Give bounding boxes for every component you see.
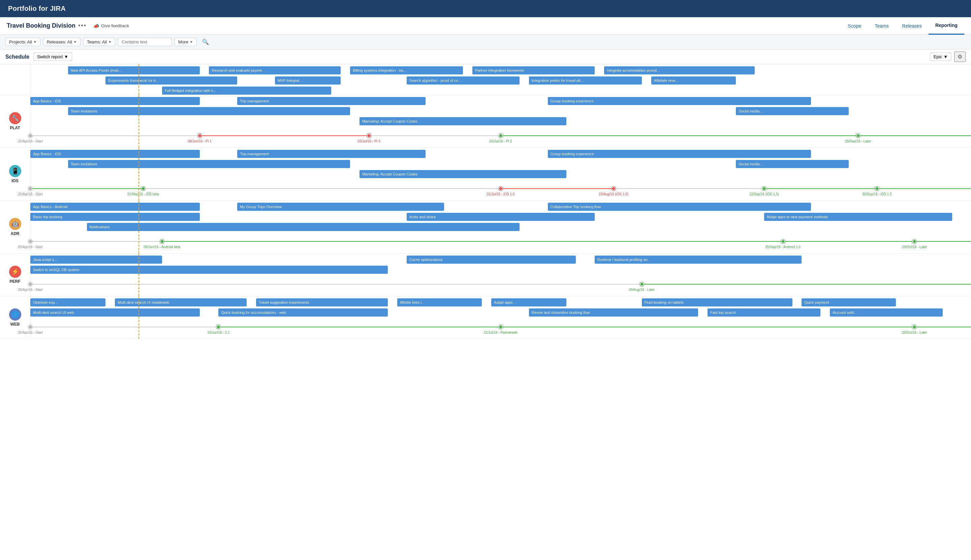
epic-bar[interactable]: Partner Integration framework xyxy=(472,66,595,74)
epic-bar[interactable]: App Basics - Android xyxy=(30,203,200,211)
more-dots-button[interactable]: ••• xyxy=(78,22,87,29)
milestone-dot xyxy=(762,187,766,191)
team-name-ios: IOS xyxy=(12,178,18,183)
search-icon[interactable]: 🔍 xyxy=(199,37,212,47)
epic-bar[interactable]: Travel suggestion experiments xyxy=(256,298,388,307)
epic-bar[interactable]: Group booking experience xyxy=(548,150,811,158)
chevron-down-icon: ▼ xyxy=(73,40,77,44)
epic-filter-button[interactable]: Epic ▼ xyxy=(930,53,951,61)
epic-bar[interactable]: Quick booking for accomodations - web xyxy=(219,308,388,317)
epic-bar[interactable]: App Basics - iOS xyxy=(30,150,200,158)
tab-reporting[interactable]: Reporting xyxy=(929,17,964,35)
epic-bar[interactable]: Social media... xyxy=(736,160,849,168)
epic-bar[interactable]: Team invitations xyxy=(68,107,350,115)
epic-bar[interactable]: New API Access Points (mob... xyxy=(68,66,200,74)
epic-bar[interactable]: Team invitations xyxy=(68,160,350,168)
epic-bar[interactable]: Affelite links i... xyxy=(397,298,482,307)
milestone-label: 25/Apr/16 - Start xyxy=(18,288,42,292)
epic-bar[interactable]: Java-script o... xyxy=(30,256,162,264)
epic-bar[interactable]: Cache optimizations xyxy=(407,256,576,264)
milestone-dot xyxy=(28,134,32,138)
milestone-dot xyxy=(499,325,503,329)
epic-bar[interactable]: Adapt apps to new payment methods xyxy=(764,213,952,221)
teams-filter[interactable]: Teams: All ▼ xyxy=(83,38,115,46)
milestone-label: 25/Apr/16 - Start xyxy=(18,245,42,249)
releases-filter[interactable]: Releases: All ▼ xyxy=(43,38,80,46)
schedule-title: Schedule xyxy=(5,54,29,60)
epic-bar[interactable]: Collaborative Trip booking flow xyxy=(548,203,811,211)
epic-bar[interactable]: Trip management xyxy=(237,150,425,158)
chevron-down-icon: ▼ xyxy=(33,40,37,44)
team-content-adr: App Basics - AndroidMy Group Trips Overv… xyxy=(30,201,971,253)
milestone-dot xyxy=(28,187,32,191)
epic-bar[interactable]: Affeliate reve... xyxy=(651,77,736,85)
today-line xyxy=(138,148,139,200)
chevron-down-icon: ▼ xyxy=(943,54,948,59)
schedule-controls: Epic ▼ ⚙ xyxy=(930,52,966,62)
epic-bar[interactable]: Search algorithm - proof of co... xyxy=(407,77,519,85)
milestone-label: 20/Jul/16 - PI 2 xyxy=(489,139,512,143)
settings-button[interactable]: ⚙ xyxy=(954,52,966,62)
epic-bar[interactable]: Research and evaluate payme... xyxy=(209,66,340,74)
milestone-label: 19/Jun/16 - 2.1 xyxy=(207,331,230,334)
epic-bar[interactable]: Quick payment xyxy=(801,298,896,307)
epic-bar[interactable]: Runtime / backend profiling an... xyxy=(595,256,801,264)
project-title: Travel Booking Division xyxy=(7,22,75,29)
milestone-dot xyxy=(781,239,785,243)
epic-bar[interactable]: MVP Integrat... xyxy=(275,77,340,85)
milestone-dot xyxy=(499,187,503,191)
epic-bar[interactable]: Fluid booking on tablets xyxy=(642,298,792,307)
team-row-perf: ⚡PERFJava-script o...Cache optimizations… xyxy=(0,253,971,296)
projects-filter[interactable]: Projects: All ▼ xyxy=(5,38,40,46)
milestone-label: 03/Jul/16 - PI 3 xyxy=(357,139,380,143)
milestone-label: 25/Sep/16 - Android 1.0 xyxy=(765,245,801,249)
milestone-dot xyxy=(913,325,916,329)
filter-bar: Projects: All ▼ Releases: All ▼ Teams: A… xyxy=(0,35,971,50)
epic-bar[interactable]: Full-fledged integration with n... xyxy=(162,87,332,95)
epic-bar[interactable]: App Basics - iOS xyxy=(30,97,200,105)
epic-bar[interactable]: Revise and streamline booking flow xyxy=(529,308,698,317)
milestone-dot xyxy=(913,239,916,243)
epic-bar[interactable]: Notifications xyxy=(87,223,519,231)
epic-bar[interactable]: Integration points for travel att... xyxy=(529,77,642,85)
milestone-dot xyxy=(367,134,371,138)
epic-bar[interactable]: Trip management xyxy=(237,97,425,105)
epic-bar[interactable]: Optimize exp... xyxy=(30,298,105,307)
text-filter-input[interactable] xyxy=(118,38,172,46)
milestone-dot xyxy=(216,325,220,329)
more-filter-button[interactable]: More ▼ xyxy=(175,38,197,46)
epic-bar[interactable]: My Group Trips Overview xyxy=(237,203,444,211)
epic-bar[interactable]: Invite and share xyxy=(407,213,595,221)
epic-bar[interactable]: Multi-dest search UI mobileweb xyxy=(115,298,247,307)
milestone-label: 28/Aug/16 - Later xyxy=(629,288,655,292)
epic-bar[interactable]: Integrate accomodation provid... xyxy=(604,66,755,74)
epic-bar[interactable]: Basic trip booking xyxy=(30,213,200,221)
top-epics-row: New API Access Points (mob...Research an… xyxy=(0,64,971,95)
feedback-button[interactable]: 📣 Give feedback xyxy=(93,23,129,28)
milestone-label: 30/Sep/16 - iOS 1.5 xyxy=(862,192,892,196)
epic-bar[interactable]: Experiments framework for tr... xyxy=(105,77,237,85)
switch-report-button[interactable]: Switch report ▼ xyxy=(33,53,72,61)
team-content-web: Optimize exp...Multi-dest search UI mobi… xyxy=(30,296,971,339)
epic-bar[interactable]: Marketing: Accept Coupon Codes xyxy=(359,117,566,125)
epic-bar[interactable]: Adapt apps ... xyxy=(491,298,566,307)
epic-bar[interactable]: Group booking experience xyxy=(548,97,811,105)
epic-bar[interactable]: Social media... xyxy=(736,107,849,115)
epic-bar[interactable]: Fast trip search xyxy=(707,308,821,317)
milestone-area-web: 25/Apr/16 - Start19/Jun/16 - 2.131/Jul/1… xyxy=(30,322,971,339)
milestone-label: 08/Jun/16 - PI 1 xyxy=(188,139,212,143)
epic-bar[interactable]: Multi-dest search UI web xyxy=(30,308,200,317)
team-content-perf: Java-script o...Cache optimizationsRunti… xyxy=(30,253,971,296)
team-avatar-adr: 🤖 xyxy=(9,218,21,230)
epic-bar[interactable]: Account setti... xyxy=(830,308,943,317)
tab-scope[interactable]: Scope xyxy=(841,17,868,35)
team-row-plat: 🔧PLATApp Basics - iOSTrip managementGrou… xyxy=(0,95,971,148)
epic-bar[interactable]: Switch to noSQL DB system xyxy=(30,266,388,274)
epic-bar[interactable]: Billing systems integration - ba... xyxy=(350,66,463,74)
team-name-adr: ADR xyxy=(11,231,20,236)
epic-bar[interactable]: Marketing: Accept Coupon Codes xyxy=(359,170,566,178)
tab-teams[interactable]: Teams xyxy=(868,17,895,35)
team-avatar-plat: 🔧 xyxy=(9,112,21,124)
top-epics-content: New API Access Points (mob...Research an… xyxy=(30,64,971,95)
tab-releases[interactable]: Releases xyxy=(896,17,929,35)
